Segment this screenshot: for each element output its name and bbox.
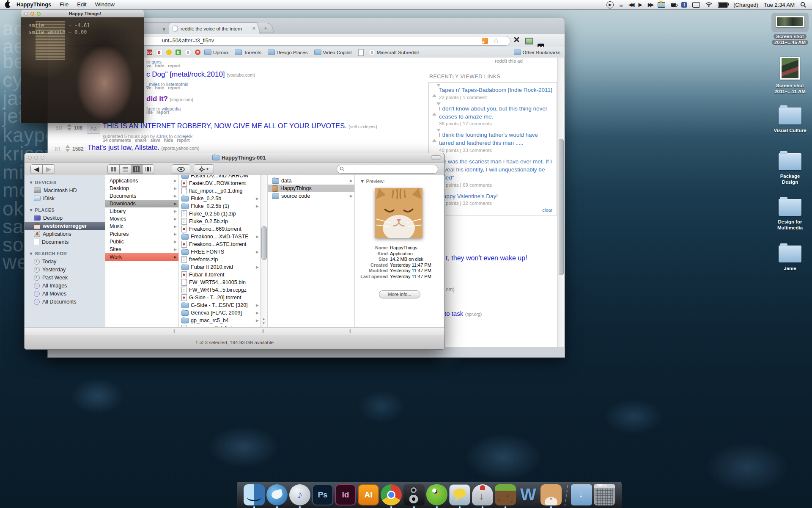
action-menu-button[interactable]: ▼ (194, 164, 214, 174)
bookmark-favicon-bn[interactable]: B (156, 49, 162, 55)
list-icon[interactable]: ≡ (619, 0, 623, 9)
folder-row[interactable]: Pictures▶ (105, 230, 178, 238)
sidebar-item-all-movies[interactable]: All Movies (25, 290, 105, 298)
dock-icon-itunes[interactable]: ♪ (289, 484, 310, 505)
fast-forward-icon[interactable]: ▶▶ (648, 0, 652, 9)
file-row[interactable]: FW_WRT54...91005.bin (179, 279, 261, 286)
bookmark-folder-uproxx[interactable]: Uproxx (204, 50, 228, 55)
file-row[interactable]: gp_mac_rc5_b4.zip (179, 324, 261, 327)
reddit-this-ad-link[interactable]: reddit this ad (462, 58, 555, 64)
desktop-icon-visual-culture[interactable]: Visual Culture (766, 108, 812, 133)
post-title-didit[interactable]: did it? (imgur.com) (146, 95, 193, 103)
dock-icon-thunderbird[interactable] (266, 484, 288, 505)
bookmark-folder-torrents[interactable]: Torrents (235, 50, 261, 55)
column-scrollbar[interactable]: ▲▼ (260, 175, 267, 327)
menu-edit[interactable]: Edit (73, 0, 91, 9)
minimize-button[interactable] (30, 12, 34, 16)
scrollbar-thumb[interactable] (559, 139, 564, 275)
rss-icon[interactable] (482, 38, 488, 44)
forward-button[interactable]: ▶ (43, 165, 55, 174)
file-row[interactable]: Fluke_0.2.5b (1)▶ (179, 202, 261, 210)
recent-link[interactable]: I think the founding father's would have… (439, 132, 538, 146)
upvote-icon[interactable] (432, 132, 436, 142)
scrollbar-thumb[interactable] (261, 226, 267, 260)
bookmark-page-icon[interactable] (358, 49, 364, 56)
dock-icon-illustrator[interactable]: Ai (358, 484, 379, 505)
minimize-button[interactable] (34, 156, 38, 160)
bookmark-favicon-dot[interactable] (166, 50, 172, 55)
post-title-allstate[interactable]: That's just low, Allstate. (sports.yahoo… (88, 144, 199, 152)
file-row[interactable]: Fluke_0.2.5b (1).zip (179, 210, 261, 218)
recent-link[interactable]: I don't know about you, but this thing n… (439, 105, 547, 120)
dock-icon-photoshop[interactable]: Ps (312, 484, 333, 505)
dock-icon-speakers[interactable] (403, 484, 425, 505)
app-row-happythings-selected[interactable]: HappyThings (268, 185, 354, 192)
apple-menu-icon[interactable] (5, 2, 11, 8)
dock-icon-downloads-stack[interactable] (571, 484, 592, 505)
more-info-button[interactable]: More info... (379, 290, 420, 298)
post-title-listentothis[interactable]: c Dog" [metal/rock,2010] (youtube.com) (146, 70, 255, 79)
upvote-icon[interactable] (432, 105, 436, 116)
file-row[interactable]: FREE FONTS▶ (179, 248, 261, 256)
coverflow-view-button[interactable] (143, 165, 154, 174)
folder-row[interactable]: Sites▶ (105, 246, 178, 253)
folder-row-data[interactable]: data▶ (268, 177, 354, 185)
recent-link[interactable]: Happy Valentine's Day! (439, 193, 498, 199)
sidebar-item-home[interactable]: westonvierregger (25, 222, 105, 230)
self-post-thumbnail[interactable]: Aa (87, 124, 100, 134)
close-button[interactable] (28, 156, 32, 160)
folder-row[interactable]: Library▶ (105, 207, 178, 215)
column-view-button[interactable] (131, 165, 143, 174)
back-forward-buttons[interactable]: ◀ ▶ (30, 164, 55, 174)
displays-icon[interactable] (692, 0, 700, 9)
desktop-icon-design-for-multimedia[interactable]: Design forMultimedia (766, 199, 812, 231)
menu-bar-clock[interactable]: Tue 2:34 AM (764, 2, 795, 8)
folder-row[interactable]: Public▶ (105, 238, 178, 246)
browser-scrollbar[interactable] (557, 58, 564, 347)
other-bookmarks-folder[interactable]: Other Bookmarks (514, 50, 560, 55)
scroll-arrows[interactable]: ▲▼ (261, 317, 266, 326)
folder-row[interactable]: Music▶ (105, 223, 178, 230)
bookmark-folder-video-copilot[interactable]: Video Copilot (314, 50, 352, 55)
dock-icon-transmission[interactable] (472, 484, 493, 505)
file-row[interactable]: Fubar II 2010.xvid▶ (179, 263, 261, 271)
column-resize-handle[interactable]: ‖ (262, 329, 266, 334)
file-row[interactable]: Faster.DV...ViD-ARROW (179, 175, 261, 179)
file-row[interactable]: Fluke_0.2.5b▶ (179, 195, 261, 202)
file-row[interactable]: Freakono....XviD-TASTE▶ (179, 233, 261, 240)
folder-row-work-drop-target[interactable]: Work▶ (105, 253, 178, 261)
post-title-robbery[interactable]: THIS IS AN INTERNET ROBBERY, NOW GIVE ME… (103, 122, 424, 130)
sidebar-item-documents[interactable]: Documents (25, 238, 105, 246)
finder-search-field[interactable] (337, 165, 438, 174)
play-icon[interactable]: ▶ (639, 0, 642, 9)
desktop-icon-screenshot-1[interactable]: Screen shot2011–...45 AM (766, 13, 812, 46)
dock-icon-finder[interactable] (244, 484, 265, 505)
sidebar-item-macintosh-hd[interactable]: Macintosh HD (25, 186, 105, 194)
menu-window[interactable]: Window (91, 0, 119, 9)
bookmark-favicon-etsy[interactable]: E (176, 50, 181, 55)
desktop-icon-screenshot-2[interactable]: Screen shot2011–...11 AM (766, 57, 812, 95)
upvote-icon[interactable] (67, 124, 71, 127)
column-resize-handle[interactable]: ‖ (349, 329, 353, 334)
file-row[interactable]: flac_impor..._p0.1.dmg (179, 187, 261, 195)
bookmark-star-icon[interactable]: ☆ (493, 36, 499, 44)
close-button[interactable] (24, 12, 28, 16)
file-row[interactable]: G-Side - T...ESIVE [320]▶ (179, 301, 261, 309)
post-actions[interactable]: ve hide report (146, 63, 181, 68)
dock-icon-word[interactable]: W (518, 484, 539, 505)
post-title-fragment[interactable]: t, they won't even wake up! (446, 254, 527, 262)
search-input[interactable] (347, 166, 433, 172)
sidebar-item-idisk[interactable]: iDisk (25, 194, 105, 202)
dock-icon-minecraft[interactable] (495, 484, 516, 505)
play-badge-icon[interactable]: ▶ (606, 1, 614, 8)
dock-icon-indesign[interactable]: Id (335, 484, 356, 505)
file-row[interactable]: FW_WRT54...5.bin.cpgz (179, 286, 261, 294)
sidebar-item-past-week[interactable]: Past Week (25, 273, 105, 282)
sidebar-item-applications[interactable]: AApplications (25, 230, 105, 238)
post-actions[interactable]: ve hide report (146, 85, 181, 90)
app-menu-happythings[interactable]: HappyThings (12, 0, 55, 9)
quick-look-button[interactable] (172, 164, 190, 174)
tab-close-icon[interactable]: ✕ (252, 26, 256, 31)
bookmark-minecraft-subreddit[interactable]: öMinecraft Subreddit (369, 49, 419, 55)
downvote-icon[interactable] (66, 149, 70, 152)
